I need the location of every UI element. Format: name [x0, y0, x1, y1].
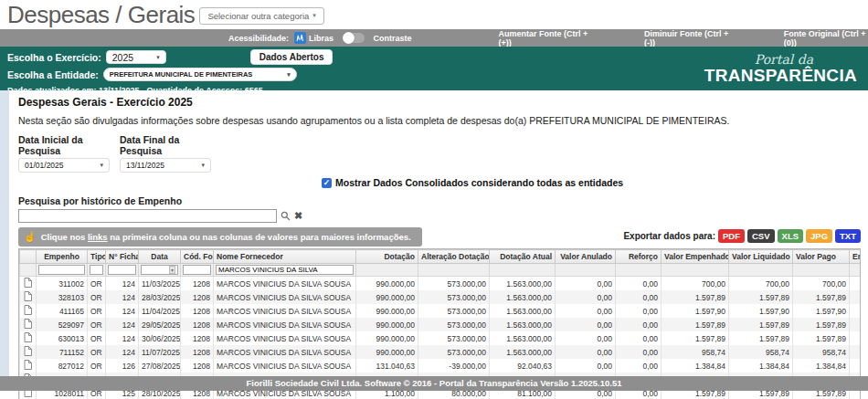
col-header-4[interactable]: Data [139, 250, 181, 264]
col-header-3[interactable]: N° Ficha [106, 250, 139, 264]
cell-r3-c11[interactable]: 0,00 [616, 304, 662, 318]
filter-input-5[interactable] [183, 265, 211, 275]
cell-r6-c10[interactable]: 0,00 [556, 345, 616, 359]
row-detail-icon[interactable] [20, 345, 37, 359]
cell-r4-c12[interactable]: 1.597,89 [662, 318, 729, 331]
col-header-9[interactable]: Dotação Atual [490, 250, 556, 264]
filter-date-select[interactable]: ▾ [141, 265, 178, 275]
cell-r6-c12[interactable]: 958,74 [662, 345, 729, 359]
cell-r5-c7[interactable]: 990.000,00 [356, 331, 418, 345]
cell-r2-c12[interactable]: 1.597,89 [662, 290, 729, 304]
search-input[interactable] [18, 209, 277, 223]
cell-r2-c7[interactable]: 990.000,00 [356, 290, 418, 304]
cell-r7-c7[interactable]: 131.040,63 [356, 359, 418, 373]
cell-r7-c14[interactable]: 1.384,84 [793, 359, 850, 373]
col-header-7[interactable]: Dotação [356, 250, 418, 264]
cell-r2-c14[interactable]: 1.597,89 [793, 290, 850, 304]
select-category-button[interactable]: Selecionar outra categoria ▾ [199, 7, 323, 25]
filter-input-1[interactable] [38, 265, 85, 275]
cell-r4-c8[interactable]: 573.000,00 [418, 318, 490, 331]
cell-r6-c14[interactable]: 958,74 [793, 345, 850, 359]
col-header-1[interactable]: Empenho [37, 250, 88, 264]
filter-input-2[interactable] [90, 265, 103, 275]
cell-r3-c13[interactable]: 1.597,90 [729, 304, 793, 318]
cell-r3-c9[interactable]: 1.563.000,00 [490, 304, 556, 318]
row-detail-icon[interactable] [20, 331, 37, 345]
filter-fornecedor-input[interactable] [216, 265, 354, 275]
cell-r4-c14[interactable]: 1.597,89 [793, 318, 850, 331]
clear-search-icon[interactable]: ✖ [294, 210, 302, 222]
cell-r7-c11[interactable]: 0,00 [616, 359, 662, 373]
cell-r5-c13[interactable]: 1.597,89 [729, 331, 793, 345]
original-font-button[interactable]: Fonte Original (Ctrl + (0)) [784, 29, 868, 47]
cell-r6-c9[interactable]: 1.563.000,00 [490, 345, 556, 359]
cell-r1-c8[interactable]: 573.000,00 [418, 277, 490, 291]
col-header-13[interactable]: Valor Liquidado [729, 250, 793, 264]
cell-r7-c12[interactable]: 1.384,84 [662, 359, 729, 373]
cell-r1-c12[interactable]: 700,00 [662, 277, 729, 291]
cell-r5-c12[interactable]: 1.597,89 [662, 331, 729, 345]
cell-r3-c14[interactable]: 1.597,90 [793, 304, 850, 318]
search-icon[interactable] [281, 211, 291, 221]
cell-r2-c11[interactable]: 0,00 [616, 290, 662, 304]
cell-r6-c11[interactable]: 0,00 [616, 345, 662, 359]
export-csv-button[interactable]: CSV [747, 229, 775, 243]
cell-r1-c11[interactable]: 0,00 [616, 277, 662, 291]
row-detail-icon[interactable] [20, 277, 37, 291]
row-detail-icon[interactable] [20, 304, 37, 318]
cell-r1-c14[interactable]: 700,00 [793, 277, 850, 291]
open-data-button[interactable]: Dados Abertos [250, 49, 333, 65]
cell-r3-c10[interactable]: 0,00 [556, 304, 616, 318]
col-header-8[interactable]: Alteração Dotação [418, 250, 490, 264]
col-header-12[interactable]: Valor Empenhado [662, 250, 729, 264]
cell-r4-c9[interactable]: 1.563.000,00 [490, 318, 556, 331]
cell-r4-c7[interactable]: 990.000,00 [356, 318, 418, 331]
export-pdf-button[interactable]: PDF [718, 229, 745, 243]
cell-r6-c13[interactable]: 958,74 [729, 345, 793, 359]
contrast-label[interactable]: Contraste [374, 34, 412, 43]
cell-r5-c8[interactable]: 573.000,00 [418, 331, 490, 345]
exercise-select[interactable]: 2025 ▾ [106, 50, 166, 64]
increase-font-button[interactable]: Aumentar Fonte (Ctrl + (+)) [499, 29, 589, 47]
row-detail-icon[interactable] [20, 290, 37, 304]
col-header-15[interactable]: Emp [850, 250, 862, 264]
cell-r5-c14[interactable]: 1.597,89 [793, 331, 850, 345]
cell-r1-c13[interactable]: 700,00 [729, 277, 793, 291]
cell-r4-c13[interactable]: 1.597,89 [729, 318, 793, 331]
col-header-11[interactable]: Reforço [616, 250, 662, 264]
cell-r4-c11[interactable]: 0,00 [616, 318, 662, 331]
cell-r6-c7[interactable]: 990.000,00 [356, 345, 418, 359]
col-header-2[interactable]: Tipo [88, 250, 106, 264]
cell-r2-c9[interactable]: 1.563.000,00 [490, 290, 556, 304]
row-detail-icon[interactable] [20, 359, 37, 373]
date-start-select[interactable]: 01/01/2025 ▾ [18, 158, 110, 173]
filter-input-3[interactable] [108, 265, 136, 275]
cell-r7-c10[interactable]: 0,00 [556, 359, 616, 373]
cell-r5-c10[interactable]: 0,00 [556, 331, 616, 345]
date-end-select[interactable]: 13/11/2025 ▾ [120, 158, 211, 173]
export-xls-button[interactable]: XLS [778, 229, 803, 243]
col-header-14[interactable]: Valor Pago [793, 250, 850, 264]
cell-r1-c9[interactable]: 1.563.000,00 [490, 277, 556, 291]
libras-label[interactable]: Libras [309, 34, 333, 43]
export-jpg-button[interactable]: JPG [806, 229, 832, 243]
cell-r1-c10[interactable]: 0,00 [556, 277, 616, 291]
cell-r5-c9[interactable]: 1.563.000,00 [490, 331, 556, 345]
cell-r7-c13[interactable]: 1.384,84 [729, 359, 793, 373]
cell-r2-c10[interactable]: 0,00 [556, 290, 616, 304]
cell-r3-c12[interactable]: 1.597,90 [662, 304, 729, 318]
cell-r7-c9[interactable]: 92.040,63 [490, 359, 556, 373]
cell-r7-c8[interactable]: -39.000,00 [418, 359, 490, 373]
cell-r2-c8[interactable]: 573.000,00 [418, 290, 490, 304]
entity-select[interactable]: PREFEITURA MUNICIPAL DE PIMENTEIRAS ▾ [103, 68, 297, 81]
cell-r6-c8[interactable]: 573.000,00 [418, 345, 490, 359]
cell-r3-c8[interactable]: 573.000,00 [418, 304, 490, 318]
cell-r4-c10[interactable]: 0,00 [556, 318, 616, 331]
row-detail-icon[interactable] [20, 318, 37, 331]
col-header-10[interactable]: Valor Anulado [556, 250, 616, 264]
cell-r1-c7[interactable]: 990.000,00 [356, 277, 418, 291]
col-header-5[interactable]: Cód. Forn. [181, 250, 214, 264]
contrast-toggle[interactable] [343, 33, 364, 43]
cell-r2-c13[interactable]: 1.597,89 [729, 290, 793, 304]
consolidated-checkbox[interactable]: ✓ [322, 178, 332, 188]
